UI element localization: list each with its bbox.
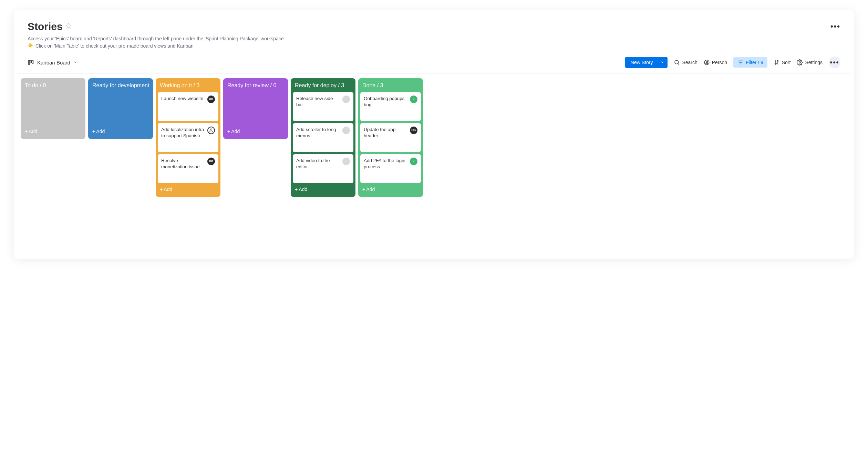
column-title: Ready for deploy / 3 [293,82,353,92]
card-title: Launch new website [161,96,205,102]
search-label: Search [682,60,697,65]
person-button[interactable]: Person [704,59,727,66]
subtitle-line1: Access your 'Epics' board and 'Reports' … [28,35,840,42]
column-cards [225,92,286,125]
add-card-button[interactable]: + Add [225,125,286,135]
sort-label: Sort [782,60,791,65]
svg-point-14 [210,129,212,130]
toolbar-more-button[interactable]: ••• [829,57,840,68]
chevron-down-icon [74,60,77,64]
star-icon[interactable] [65,22,72,31]
svg-point-13 [799,62,801,63]
sort-icon [774,59,780,66]
column-cards [23,92,83,125]
avatar: Z [410,158,417,165]
avatar: OK [207,96,215,103]
board-subtitle: Access your 'Epics' board and 'Reports' … [17,32,851,50]
toolbar-right: New Story Search Person [625,57,840,68]
card-title: Add scroller to long menus [296,127,340,139]
svg-line-5 [678,63,679,64]
card-title: Resolve monetization issue [161,158,205,170]
add-card-button[interactable]: + Add [158,183,218,193]
settings-label: Settings [805,60,823,65]
avatar: Z [410,96,417,103]
search-button[interactable]: Search [674,59,697,66]
settings-button[interactable]: Settings [797,59,823,66]
column-cards: Launch new websiteOKAdd localization inf… [158,92,218,183]
card-title: Add video to the editor [296,158,340,170]
board-container: Stories ••• Access your 'Epics' board an… [14,10,854,259]
more-icon: ••• [830,59,839,67]
board-title: Stories [28,21,63,32]
avatar: OK [207,158,215,165]
avatar: OK [410,127,417,134]
card-title: Release new side bar [296,96,340,108]
view-name: Kanban Board [37,60,70,66]
card-title: Update the app header [364,127,408,139]
gear-icon [797,59,803,66]
kanban-card[interactable]: Launch new websiteOK [158,92,218,121]
sort-button[interactable]: Sort [774,59,791,66]
new-story-button[interactable]: New Story [625,57,668,68]
board-toolbar: Kanban Board New Story Search [17,50,851,73]
avatar [342,96,350,103]
filter-icon [737,59,744,66]
subtitle-line2-wrap: 👇 Click on 'Main Table' to check out you… [28,42,840,50]
point-down-icon: 👇 [28,42,33,50]
subtitle-line2: Click on 'Main Table' to check out your … [35,42,194,50]
svg-marker-0 [66,23,71,28]
avatar [342,127,350,134]
card-title: Add 2FA to the login process [364,158,408,170]
column-title: Working on it / 3 [158,82,218,92]
kanban-column-done: Done / 3Onboarding popups bugZUpdate the… [358,78,423,197]
filter-button[interactable]: Filter / 9 [733,57,767,68]
filter-label: Filter / 9 [746,60,763,65]
kanban-card[interactable]: Add video to the editor [293,154,353,183]
svg-rect-3 [32,60,33,64]
search-icon [674,59,680,66]
person-label: Person [712,60,727,65]
kanban-card[interactable]: Add 2FA to the login processZ [360,154,421,183]
svg-point-7 [706,61,708,63]
kanban-card[interactable]: Release new side bar [293,92,353,121]
kanban-card[interactable]: Resolve monetization issueOK [158,154,218,183]
view-switcher[interactable]: Kanban Board [28,59,77,66]
header-more-icon[interactable]: ••• [830,22,840,31]
kanban-column-review: Ready for review / 0+ Add [223,78,288,139]
add-card-button[interactable]: + Add [360,183,421,193]
add-card-button[interactable]: + Add [293,183,353,193]
kanban-card[interactable]: Onboarding popups bugZ [360,92,421,121]
column-title: Ready for development / 0 [90,82,151,92]
kanban-column-ready-dev: Ready for development / 0+ Add [88,78,153,139]
svg-rect-2 [30,60,32,63]
kanban-icon [28,59,34,66]
title-wrap: Stories [28,21,72,32]
kanban-card[interactable]: Add localization infra to support Spanis… [158,123,218,152]
kanban-card[interactable]: Add scroller to long menus [293,123,353,152]
kanban-area: To do / 0+ AddReady for development / 0+… [17,73,851,197]
kanban-column-working: Working on it / 3Launch new websiteOKAdd… [156,78,220,197]
column-title: Done / 3 [360,82,421,92]
empty-drop-zone[interactable] [90,92,151,125]
empty-drop-zone[interactable] [225,92,286,125]
empty-drop-zone[interactable] [23,92,83,125]
column-cards [90,92,151,125]
avatar [207,127,215,134]
card-title: Add localization infra to support Spanis… [161,127,205,139]
person-icon [704,59,710,66]
column-title: To do / 0 [23,82,83,92]
kanban-column-todo: To do / 0+ Add [21,78,85,139]
column-title: Ready for review / 0 [225,82,286,92]
card-title: Onboarding popups bug [364,96,408,108]
avatar [342,158,350,165]
kanban-card[interactable]: Update the app headerOK [360,123,421,152]
board-header: Stories ••• [17,21,851,32]
add-card-button[interactable]: + Add [23,125,83,135]
column-cards: Onboarding popups bugZUpdate the app hea… [360,92,421,183]
new-story-label: New Story [631,60,653,65]
svg-rect-1 [28,60,30,64]
column-cards: Release new side barAdd scroller to long… [293,92,353,183]
new-story-chevron-icon[interactable] [657,60,664,64]
svg-point-4 [675,60,679,64]
add-card-button[interactable]: + Add [90,125,151,135]
